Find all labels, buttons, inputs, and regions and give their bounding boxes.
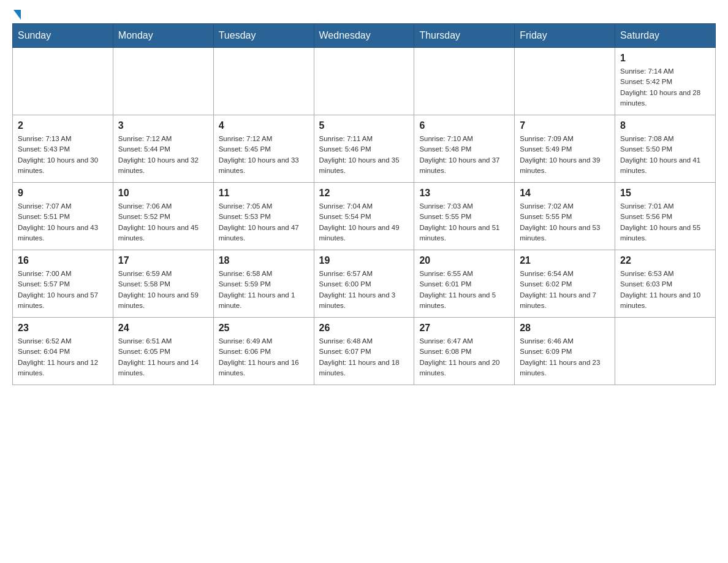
- day-number: 28: [520, 323, 610, 334]
- weekday-header-monday: Monday: [113, 24, 213, 48]
- calendar-cell: 27Sunrise: 6:47 AMSunset: 6:08 PMDayligh…: [414, 318, 515, 385]
- day-number: 1: [620, 53, 710, 64]
- calendar-cell: 28Sunrise: 6:46 AMSunset: 6:09 PMDayligh…: [515, 318, 615, 385]
- calendar-week-row: 23Sunrise: 6:52 AMSunset: 6:04 PMDayligh…: [13, 318, 716, 385]
- day-info: Sunrise: 7:07 AMSunset: 5:51 PMDaylight:…: [18, 201, 108, 243]
- calendar-cell: 26Sunrise: 6:48 AMSunset: 6:07 PMDayligh…: [314, 318, 414, 385]
- day-number: 20: [419, 255, 509, 266]
- day-info: Sunrise: 6:58 AMSunset: 5:59 PMDaylight:…: [219, 269, 309, 311]
- day-info: Sunrise: 6:47 AMSunset: 6:08 PMDaylight:…: [419, 336, 509, 378]
- day-number: 17: [118, 255, 208, 266]
- day-info: Sunrise: 6:55 AMSunset: 6:01 PMDaylight:…: [419, 269, 509, 311]
- calendar-cell: 6Sunrise: 7:10 AMSunset: 5:48 PMDaylight…: [414, 115, 515, 183]
- day-number: 2: [18, 120, 108, 131]
- calendar-cell: 11Sunrise: 7:05 AMSunset: 5:53 PMDayligh…: [213, 183, 314, 250]
- day-info: Sunrise: 6:48 AMSunset: 6:07 PMDaylight:…: [319, 336, 409, 378]
- day-number: 9: [18, 188, 108, 199]
- logo: [12, 12, 21, 17]
- calendar-cell: [615, 318, 716, 385]
- day-number: 11: [219, 188, 309, 199]
- page-header: [12, 12, 716, 17]
- calendar-cell: 20Sunrise: 6:55 AMSunset: 6:01 PMDayligh…: [414, 250, 515, 318]
- calendar-cell: 12Sunrise: 7:04 AMSunset: 5:54 PMDayligh…: [314, 183, 414, 250]
- logo-triangle-icon: [13, 10, 21, 20]
- calendar-cell: 16Sunrise: 7:00 AMSunset: 5:57 PMDayligh…: [13, 250, 113, 318]
- day-number: 14: [520, 188, 610, 199]
- weekday-header-saturday: Saturday: [615, 24, 716, 48]
- day-info: Sunrise: 7:12 AMSunset: 5:45 PMDaylight:…: [219, 134, 309, 176]
- day-info: Sunrise: 6:51 AMSunset: 6:05 PMDaylight:…: [118, 336, 208, 378]
- day-number: 25: [219, 323, 309, 334]
- calendar-cell: [314, 48, 414, 115]
- weekday-header-row: SundayMondayTuesdayWednesdayThursdayFrid…: [13, 24, 716, 48]
- day-info: Sunrise: 6:57 AMSunset: 6:00 PMDaylight:…: [319, 269, 409, 311]
- day-number: 23: [18, 323, 108, 334]
- day-info: Sunrise: 7:12 AMSunset: 5:44 PMDaylight:…: [118, 134, 208, 176]
- calendar-week-row: 9Sunrise: 7:07 AMSunset: 5:51 PMDaylight…: [13, 183, 716, 250]
- day-info: Sunrise: 7:02 AMSunset: 5:55 PMDaylight:…: [520, 201, 610, 243]
- day-info: Sunrise: 7:01 AMSunset: 5:56 PMDaylight:…: [620, 201, 710, 243]
- day-number: 6: [419, 120, 509, 131]
- calendar-cell: 15Sunrise: 7:01 AMSunset: 5:56 PMDayligh…: [615, 183, 716, 250]
- day-number: 24: [118, 323, 208, 334]
- calendar-cell: 10Sunrise: 7:06 AMSunset: 5:52 PMDayligh…: [113, 183, 213, 250]
- day-number: 18: [219, 255, 309, 266]
- calendar-cell: 1Sunrise: 7:14 AMSunset: 5:42 PMDaylight…: [615, 48, 716, 115]
- calendar-cell: 21Sunrise: 6:54 AMSunset: 6:02 PMDayligh…: [515, 250, 615, 318]
- day-info: Sunrise: 6:46 AMSunset: 6:09 PMDaylight:…: [520, 336, 610, 378]
- calendar-week-row: 1Sunrise: 7:14 AMSunset: 5:42 PMDaylight…: [13, 48, 716, 115]
- calendar-cell: [113, 48, 213, 115]
- day-info: Sunrise: 7:08 AMSunset: 5:50 PMDaylight:…: [620, 134, 710, 176]
- weekday-header-sunday: Sunday: [13, 24, 113, 48]
- calendar-cell: 2Sunrise: 7:13 AMSunset: 5:43 PMDaylight…: [13, 115, 113, 183]
- day-number: 8: [620, 120, 710, 131]
- calendar-cell: 7Sunrise: 7:09 AMSunset: 5:49 PMDaylight…: [515, 115, 615, 183]
- day-number: 13: [419, 188, 509, 199]
- calendar-cell: 4Sunrise: 7:12 AMSunset: 5:45 PMDaylight…: [213, 115, 314, 183]
- day-info: Sunrise: 6:53 AMSunset: 6:03 PMDaylight:…: [620, 269, 710, 311]
- calendar-week-row: 2Sunrise: 7:13 AMSunset: 5:43 PMDaylight…: [13, 115, 716, 183]
- day-info: Sunrise: 6:54 AMSunset: 6:02 PMDaylight:…: [520, 269, 610, 311]
- day-info: Sunrise: 7:03 AMSunset: 5:55 PMDaylight:…: [419, 201, 509, 243]
- calendar-cell: 14Sunrise: 7:02 AMSunset: 5:55 PMDayligh…: [515, 183, 615, 250]
- day-info: Sunrise: 6:52 AMSunset: 6:04 PMDaylight:…: [18, 336, 108, 378]
- day-info: Sunrise: 7:09 AMSunset: 5:49 PMDaylight:…: [520, 134, 610, 176]
- calendar-cell: 24Sunrise: 6:51 AMSunset: 6:05 PMDayligh…: [113, 318, 213, 385]
- calendar-cell: 3Sunrise: 7:12 AMSunset: 5:44 PMDaylight…: [113, 115, 213, 183]
- weekday-header-thursday: Thursday: [414, 24, 515, 48]
- day-number: 12: [319, 188, 409, 199]
- day-number: 16: [18, 255, 108, 266]
- day-info: Sunrise: 6:49 AMSunset: 6:06 PMDaylight:…: [219, 336, 309, 378]
- day-info: Sunrise: 6:59 AMSunset: 5:58 PMDaylight:…: [118, 269, 208, 311]
- calendar-cell: 8Sunrise: 7:08 AMSunset: 5:50 PMDaylight…: [615, 115, 716, 183]
- calendar-cell: 18Sunrise: 6:58 AMSunset: 5:59 PMDayligh…: [213, 250, 314, 318]
- calendar-table: SundayMondayTuesdayWednesdayThursdayFrid…: [12, 23, 716, 385]
- day-number: 5: [319, 120, 409, 131]
- calendar-cell: 13Sunrise: 7:03 AMSunset: 5:55 PMDayligh…: [414, 183, 515, 250]
- weekday-header-friday: Friday: [515, 24, 615, 48]
- weekday-header-wednesday: Wednesday: [314, 24, 414, 48]
- day-number: 22: [620, 255, 710, 266]
- day-number: 7: [520, 120, 610, 131]
- calendar-week-row: 16Sunrise: 7:00 AMSunset: 5:57 PMDayligh…: [13, 250, 716, 318]
- calendar-cell: 19Sunrise: 6:57 AMSunset: 6:00 PMDayligh…: [314, 250, 414, 318]
- day-info: Sunrise: 7:14 AMSunset: 5:42 PMDaylight:…: [620, 66, 710, 109]
- calendar-cell: [414, 48, 515, 115]
- day-info: Sunrise: 7:05 AMSunset: 5:53 PMDaylight:…: [219, 201, 309, 243]
- day-number: 19: [319, 255, 409, 266]
- day-number: 4: [219, 120, 309, 131]
- day-info: Sunrise: 7:06 AMSunset: 5:52 PMDaylight:…: [118, 201, 208, 243]
- day-number: 10: [118, 188, 208, 199]
- calendar-header: SundayMondayTuesdayWednesdayThursdayFrid…: [13, 24, 716, 48]
- calendar-cell: [213, 48, 314, 115]
- day-info: Sunrise: 7:13 AMSunset: 5:43 PMDaylight:…: [18, 134, 108, 176]
- day-number: 3: [118, 120, 208, 131]
- day-number: 21: [520, 255, 610, 266]
- day-info: Sunrise: 7:00 AMSunset: 5:57 PMDaylight:…: [18, 269, 108, 311]
- weekday-header-tuesday: Tuesday: [213, 24, 314, 48]
- day-info: Sunrise: 7:11 AMSunset: 5:46 PMDaylight:…: [319, 134, 409, 176]
- calendar-cell: 25Sunrise: 6:49 AMSunset: 6:06 PMDayligh…: [213, 318, 314, 385]
- day-info: Sunrise: 7:10 AMSunset: 5:48 PMDaylight:…: [419, 134, 509, 176]
- calendar-cell: [515, 48, 615, 115]
- calendar-cell: 9Sunrise: 7:07 AMSunset: 5:51 PMDaylight…: [13, 183, 113, 250]
